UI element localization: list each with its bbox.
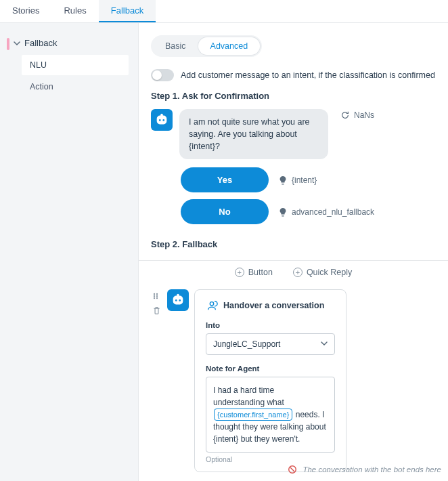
handover-icon: [206, 299, 218, 312]
svg-point-4: [156, 295, 158, 297]
end-footer: The conversation with the bot ends here: [288, 465, 441, 474]
chevron-down-icon: [321, 339, 328, 349]
handover-card: Handover a conversation Into JungleLC_Su…: [194, 289, 346, 472]
into-label: Into: [206, 321, 335, 329]
mode-toggle: Basic Advanced: [151, 35, 262, 57]
add-button-label: Button: [248, 268, 273, 277]
handover-title: Handover a conversation: [223, 301, 324, 310]
plus-icon: +: [235, 268, 244, 277]
content-pane: Basic Advanced Add customer message to a…: [139, 23, 448, 481]
add-quick-reply-label: Quick Reply: [307, 268, 352, 277]
mode-basic[interactable]: Basic: [153, 37, 198, 55]
sidebar-item-nlu[interactable]: NLU: [22, 55, 129, 75]
stop-icon: [288, 465, 297, 474]
svg-point-6: [210, 302, 213, 306]
svg-point-3: [156, 293, 158, 295]
add-quick-reply-action[interactable]: + Quick Reply: [293, 268, 352, 277]
add-button-action[interactable]: + Button: [235, 268, 273, 277]
tab-rules[interactable]: Rules: [51, 0, 98, 22]
svg-point-0: [154, 293, 155, 295]
yes-button[interactable]: Yes: [181, 167, 269, 192]
optional-label: Optional: [206, 455, 335, 463]
note-label: Note for Agent: [206, 364, 335, 373]
chevron-down-icon: [14, 40, 20, 47]
note-textarea[interactable]: I had a hard time understanding what {cu…: [206, 377, 335, 453]
top-tabs: Stories Rules Fallback: [0, 0, 448, 23]
into-value: JungleLC_Support: [213, 339, 280, 349]
drag-handle-icon[interactable]: [152, 292, 160, 302]
refresh-icon[interactable]: [340, 110, 350, 120]
divider: [139, 260, 448, 261]
note-text-before: I had a hard time understanding what: [213, 385, 284, 407]
add-to-intent-toggle[interactable]: [151, 69, 174, 81]
sidebar-section-label: Fallback: [24, 38, 57, 48]
svg-point-2: [154, 297, 155, 299]
step1-title: Step 1. Ask for Confirmation: [151, 91, 436, 101]
prompt-meta-text: NaNs: [354, 110, 374, 120]
variable-chip[interactable]: {customer.first_name}: [214, 409, 292, 421]
sidebar-section-fallback[interactable]: Fallback: [14, 35, 138, 54]
section-marker: [7, 38, 9, 50]
no-button[interactable]: No: [181, 199, 269, 224]
bulb-icon: [278, 175, 288, 185]
tab-stories[interactable]: Stories: [0, 0, 51, 22]
delete-icon[interactable]: [152, 306, 161, 317]
end-footer-text: The conversation with the bot ends here: [303, 465, 441, 474]
step2-title: Step 2. Fallback: [151, 239, 436, 249]
confirmation-prompt[interactable]: I am not quite sure what you are saying.…: [179, 109, 328, 159]
sidebar-item-action[interactable]: Action: [22, 77, 129, 97]
svg-point-1: [154, 295, 155, 297]
bulb-icon: [278, 207, 288, 217]
plus-icon: +: [293, 268, 303, 277]
svg-point-5: [156, 297, 158, 299]
bot-avatar-icon: [151, 109, 173, 131]
sidebar: Fallback NLU Action: [0, 23, 139, 481]
no-intent-label: advanced_nlu_fallback: [292, 207, 374, 217]
tab-fallback[interactable]: Fallback: [99, 0, 156, 22]
into-select[interactable]: JungleLC_Support: [206, 333, 335, 355]
mode-advanced[interactable]: Advanced: [198, 37, 261, 55]
add-to-intent-label: Add customer message to an intent, if th…: [181, 70, 435, 80]
bot-avatar-icon: [167, 289, 189, 311]
yes-intent-label: {intent}: [292, 175, 317, 185]
